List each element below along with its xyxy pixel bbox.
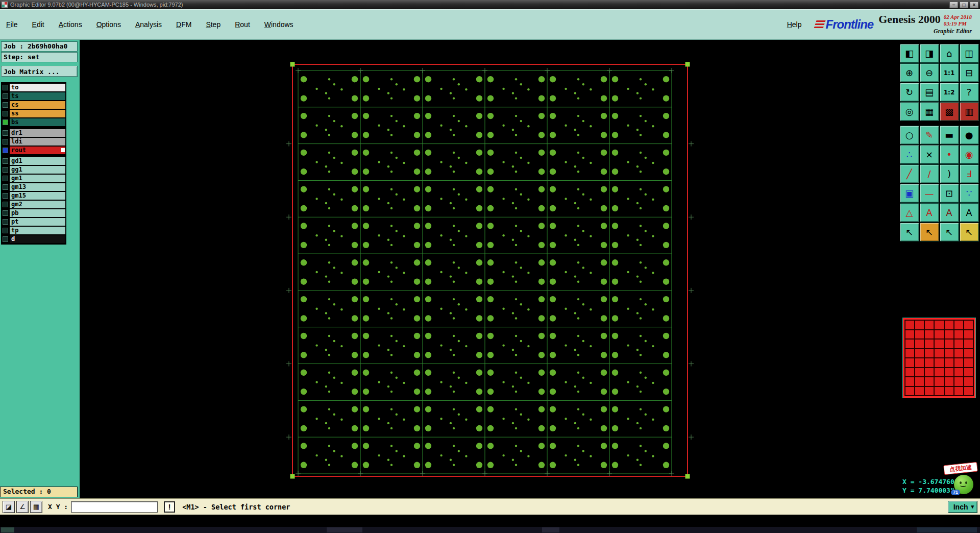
- canvas-viewport[interactable]: [80, 40, 898, 498]
- select-arrow-button[interactable]: ↖: [900, 223, 919, 241]
- job-matrix-button[interactable]: Job Matrix ...: [1, 66, 78, 77]
- taskbar-tray[interactable]: [917, 527, 977, 532]
- clip-area-button[interactable]: ◧: [900, 44, 919, 63]
- red-dot-button[interactable]: •: [940, 145, 959, 164]
- layer-row-dr1[interactable]: dr1: [2, 129, 65, 137]
- select-reference-button[interactable]: ↖: [940, 223, 959, 241]
- note-tool-button[interactable]: ◪: [3, 501, 15, 513]
- menu-actions[interactable]: Actions: [59, 20, 82, 29]
- layer-row-to[interactable]: to: [2, 83, 65, 91]
- layer-row-ldi[interactable]: ldi: [2, 137, 65, 146]
- layer-visibility-checkbox[interactable]: [3, 176, 8, 181]
- menu-help[interactable]: Help: [787, 20, 802, 29]
- filled-pad-button[interactable]: ●: [960, 126, 979, 144]
- layer-row-ss[interactable]: ss: [2, 109, 65, 117]
- layer-visibility-checkbox[interactable]: [3, 158, 8, 164]
- mirror-text-button[interactable]: Ⅎ: [960, 164, 979, 183]
- angle-tool-button[interactable]: ∠: [16, 501, 29, 513]
- menu-file[interactable]: File: [6, 20, 18, 29]
- layer-visibility-checkbox[interactable]: [3, 193, 8, 199]
- layer-visibility-checkbox[interactable]: [3, 202, 8, 207]
- layer-visibility-checkbox[interactable]: [3, 210, 8, 216]
- layer-visibility-checkbox[interactable]: [3, 93, 8, 99]
- circle-shape-button[interactable]: ○: [900, 126, 919, 144]
- surface-fill-button[interactable]: ▣: [900, 184, 919, 203]
- accelerator-overlay[interactable]: 点我加速 71: [944, 464, 977, 494]
- zoom-in-button[interactable]: ⊕: [900, 63, 919, 82]
- pad-snap-button[interactable]: ∴: [900, 145, 919, 164]
- layer-visibility-checkbox[interactable]: [3, 130, 8, 136]
- zoom-1to1-button[interactable]: 1:1: [940, 63, 959, 82]
- xy-input[interactable]: [71, 501, 158, 513]
- menu-analysis[interactable]: Analysis: [135, 20, 162, 29]
- layer-visibility-checkbox[interactable]: [3, 111, 8, 116]
- taskbar-item[interactable]: [327, 527, 362, 532]
- profile-view-button[interactable]: ◎: [900, 102, 919, 121]
- line-draw-button[interactable]: ╱: [900, 164, 919, 183]
- layer-row-gm2[interactable]: gm2: [2, 200, 65, 208]
- home-view-button[interactable]: ⌂: [940, 44, 959, 63]
- layer-row-pb[interactable]: pb: [2, 209, 65, 217]
- accelerator-mascot[interactable]: 71: [954, 475, 973, 494]
- layer-row-ts[interactable]: ts: [2, 92, 65, 100]
- menu-edit[interactable]: Edit: [32, 20, 44, 29]
- text-outline-button[interactable]: A: [920, 203, 939, 222]
- accelerator-badge[interactable]: 点我加速: [943, 462, 978, 475]
- erase-segment-button[interactable]: —: [920, 184, 939, 203]
- layer-row-tp[interactable]: tp: [2, 226, 65, 234]
- layer-row-gm13[interactable]: gm13: [2, 183, 65, 191]
- grid-tool-button[interactable]: ▦: [30, 501, 42, 513]
- layer-visibility-checkbox[interactable]: [3, 184, 8, 190]
- point-scatter-button[interactable]: ∵: [960, 184, 979, 203]
- layer-row-gg1[interactable]: gg1: [2, 165, 65, 174]
- layer-visibility-checkbox[interactable]: [3, 167, 8, 173]
- layer-row-pt[interactable]: pt: [2, 217, 65, 226]
- previous-view-button[interactable]: ⊟: [960, 63, 979, 82]
- query-tool-button[interactable]: ?: [960, 83, 979, 102]
- layer-row-gm15[interactable]: gm15: [2, 191, 65, 200]
- menu-windows[interactable]: Windows: [264, 20, 293, 29]
- text-filled-button[interactable]: A: [940, 203, 959, 222]
- menu-step[interactable]: Step: [206, 20, 220, 29]
- zoom-1to2-button[interactable]: 1:2: [940, 83, 959, 102]
- ruler-measure-button[interactable]: ▬: [940, 126, 959, 144]
- layer-row-rout[interactable]: rout: [2, 146, 65, 154]
- redraw-button[interactable]: ↻: [900, 83, 919, 102]
- layer-row-cs[interactable]: cs: [2, 101, 65, 109]
- overlay-window-button[interactable]: ◨: [920, 44, 939, 63]
- layer-visibility-checkbox[interactable]: [3, 228, 8, 233]
- maximize-button[interactable]: □: [960, 2, 968, 8]
- thin-line-button[interactable]: ∕: [920, 164, 939, 183]
- zoom-out-button[interactable]: ⊖: [920, 63, 939, 82]
- layer-visibility-checkbox[interactable]: [3, 139, 8, 144]
- pencil-edit-button[interactable]: ✎: [920, 126, 939, 144]
- layer-visibility-checkbox[interactable]: [3, 236, 8, 242]
- layer-table-button[interactable]: ▤: [920, 83, 939, 102]
- layer-row-gm1[interactable]: gm1: [2, 174, 65, 182]
- layer-row-d[interactable]: d: [2, 235, 65, 243]
- minimize-button[interactable]: –: [949, 2, 958, 8]
- clear-highlight-button[interactable]: ▥: [960, 102, 979, 121]
- layer-visibility-checkbox[interactable]: [3, 102, 8, 108]
- menu-rout[interactable]: Rout: [235, 20, 250, 29]
- delete-tool-button[interactable]: ×: [920, 145, 939, 164]
- overview-thumbnail[interactable]: [903, 318, 975, 398]
- taskbar-item[interactable]: [542, 527, 559, 532]
- text-frame-button[interactable]: A: [960, 203, 979, 222]
- layer-row-gd1[interactable]: gd1: [2, 157, 65, 165]
- close-button[interactable]: ×: [970, 2, 978, 8]
- layer-visibility-checkbox[interactable]: [3, 85, 8, 90]
- layer-visibility-checkbox[interactable]: [3, 148, 8, 153]
- alert-button[interactable]: !: [164, 501, 175, 513]
- select-window-button[interactable]: ↖: [920, 223, 939, 241]
- menu-options[interactable]: Options: [96, 20, 121, 29]
- menu-dfm[interactable]: DFM: [176, 20, 191, 29]
- dot-pair-button[interactable]: ◉: [960, 145, 979, 164]
- units-selector[interactable]: Inch ▾: [948, 501, 977, 513]
- layer-visibility-checkbox[interactable]: [3, 219, 8, 225]
- select-filter-button[interactable]: ↖: [960, 223, 979, 241]
- arc-draw-button[interactable]: ): [940, 164, 959, 183]
- taskbar-start-button[interactable]: [1, 527, 14, 532]
- layer-visibility-checkbox[interactable]: [3, 119, 8, 125]
- triangle-draw-button[interactable]: △: [900, 203, 919, 222]
